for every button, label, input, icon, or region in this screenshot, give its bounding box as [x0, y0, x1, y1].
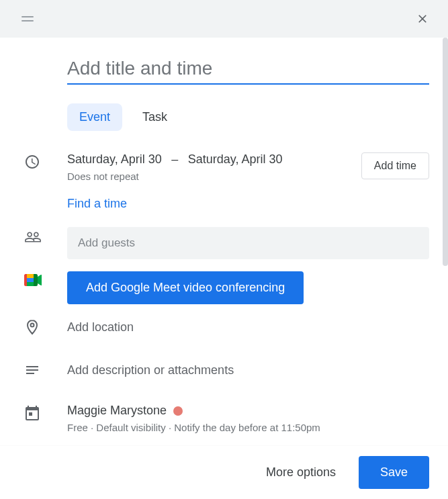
date-range[interactable]: Saturday, April 30 – Saturday, April 30 …	[67, 152, 282, 182]
clock-icon	[24, 154, 40, 170]
close-icon	[416, 12, 429, 26]
dialog-header	[0, 0, 448, 38]
end-date: Saturday, April 30	[188, 152, 283, 166]
find-a-time-link[interactable]: Find a time	[67, 197, 429, 211]
start-date: Saturday, April 30	[67, 152, 162, 166]
dialog-content: Event Task Saturday, April 30 – Saturday…	[0, 38, 448, 445]
calendar-icon	[24, 405, 40, 421]
add-location[interactable]: Add location	[67, 318, 429, 334]
calendar-color-dot	[173, 406, 183, 416]
repeat-text[interactable]: Does not repeat	[67, 171, 282, 182]
title-input[interactable]	[67, 54, 429, 85]
tab-task[interactable]: Task	[130, 103, 179, 131]
google-meet-icon	[24, 273, 42, 287]
dialog-footer: More options Save	[0, 445, 448, 499]
people-icon	[24, 228, 42, 246]
add-description[interactable]: Add description or attachments	[67, 361, 429, 377]
guests-input-container[interactable]	[67, 227, 429, 259]
add-time-button[interactable]: Add time	[361, 152, 429, 179]
location-icon	[24, 319, 40, 335]
tab-event[interactable]: Event	[67, 103, 122, 131]
tabs: Event Task	[67, 103, 429, 131]
date-separator: –	[171, 152, 178, 166]
calendar-owner[interactable]: Maggie Marystone	[67, 404, 429, 418]
save-button[interactable]: Save	[359, 456, 429, 489]
close-button[interactable]	[410, 7, 435, 31]
add-meet-button[interactable]: Add Google Meet video conferencing	[67, 271, 304, 304]
description-icon	[24, 362, 40, 378]
calendar-user-name: Maggie Marystone	[67, 404, 167, 418]
drag-handle-icon[interactable]	[21, 16, 34, 21]
more-options-button[interactable]: More options	[257, 459, 345, 486]
calendar-meta[interactable]: Free · Default visibility · Notify the d…	[67, 422, 429, 433]
svg-rect-0	[29, 412, 32, 416]
guests-input[interactable]	[78, 236, 418, 250]
